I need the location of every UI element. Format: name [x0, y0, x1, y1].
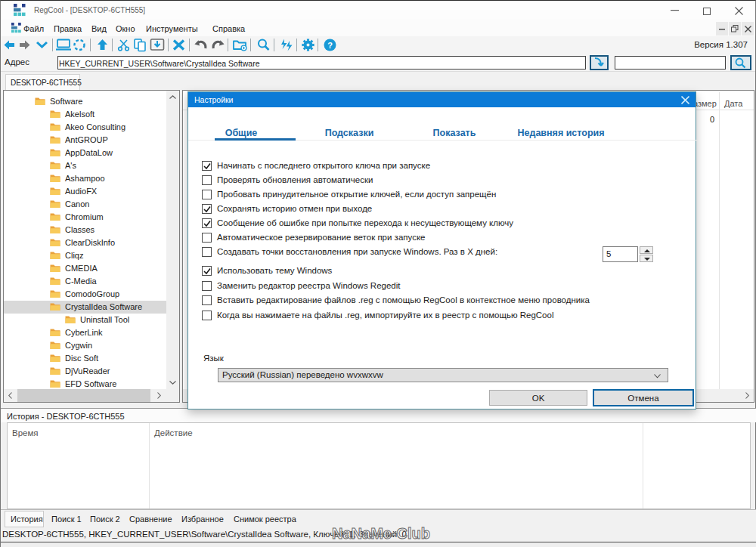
svg-text:?: ?: [327, 41, 333, 50]
